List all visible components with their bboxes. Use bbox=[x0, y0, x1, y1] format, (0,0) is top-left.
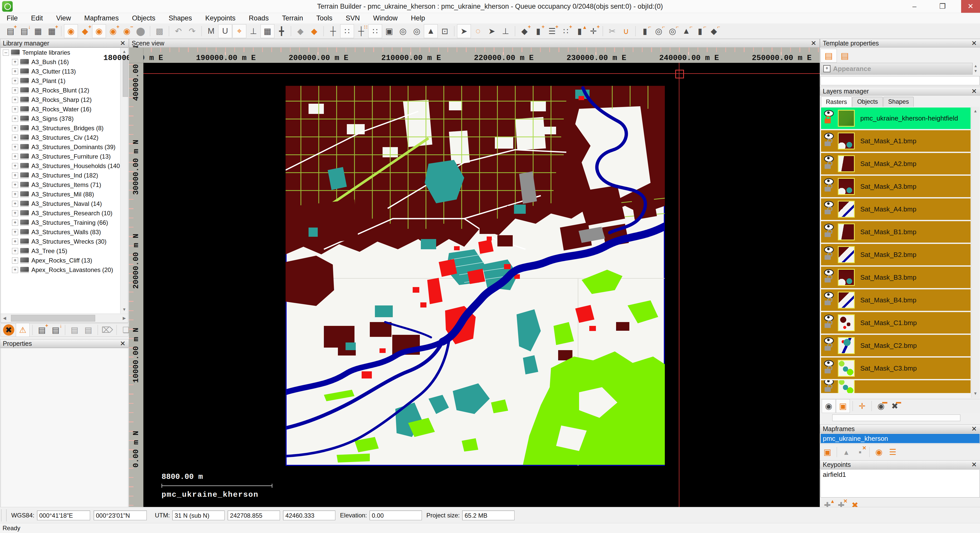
import-library-button[interactable]: ▤ ↓ bbox=[49, 323, 62, 337]
expand-icon[interactable] bbox=[12, 97, 18, 103]
project-size-field[interactable]: 65.2 MB bbox=[462, 511, 514, 520]
cut-button[interactable]: ✂ bbox=[606, 24, 619, 38]
layer-lock-icon[interactable] bbox=[824, 255, 831, 260]
select-area-tool-button[interactable]: ◉ bbox=[92, 24, 106, 38]
goto-zoom-button[interactable]: ◎ ⌐ bbox=[652, 24, 665, 38]
add-list-button[interactable]: ☰ + bbox=[546, 24, 558, 38]
scene-canvas[interactable]: 8800.00 m pmc_ukraine_kherson bbox=[143, 63, 820, 507]
library-tree-item[interactable]: A3_Structures_Furniture (13) bbox=[1, 152, 128, 161]
expand-icon[interactable] bbox=[12, 163, 18, 169]
section-spinner[interactable]: ▲▼ bbox=[972, 63, 979, 75]
library-tree-item[interactable]: A3_Structures_Training (66) bbox=[1, 218, 128, 227]
image-zoom-button[interactable]: ◎ bbox=[396, 24, 410, 38]
keypoint-item[interactable]: airfield1 bbox=[821, 470, 980, 479]
add-gizmo-button[interactable]: ✛ + bbox=[587, 24, 600, 38]
filter-errors-button[interactable]: ✖ bbox=[3, 324, 14, 335]
expand-icon[interactable] bbox=[12, 239, 18, 245]
scroll-left-icon[interactable]: ◀ bbox=[1, 314, 8, 322]
vertical-ruler-button[interactable]: ⊥ bbox=[247, 24, 260, 38]
survey-tool-button[interactable]: ⌖ bbox=[232, 24, 246, 38]
close-button[interactable]: ✕ bbox=[961, 0, 980, 13]
filter-warnings-button[interactable]: ⚠ bbox=[16, 323, 30, 337]
save-as-button[interactable]: ▦ + bbox=[45, 24, 59, 38]
layer-row[interactable] bbox=[821, 380, 970, 393]
layer-row[interactable]: pmc_ukraine_kherson-heightfield bbox=[821, 107, 970, 129]
menu-item[interactable]: Tools bbox=[310, 13, 339, 24]
add-box-button[interactable]: ◆ + bbox=[518, 24, 531, 38]
expand-icon[interactable] bbox=[12, 116, 18, 122]
expand-icon[interactable] bbox=[12, 106, 18, 112]
layer-lock-icon[interactable] bbox=[824, 369, 831, 373]
image-mountain-button[interactable]: ▲ bbox=[424, 24, 438, 38]
toggle-visibility-button[interactable]: ◉ bbox=[822, 399, 835, 413]
add-object-tool-button[interactable]: ◆ + bbox=[78, 24, 92, 38]
utm-easting-field[interactable]: 242708.855 bbox=[228, 511, 280, 520]
layer-lock-icon[interactable] bbox=[824, 164, 831, 169]
add-library-button[interactable]: ▤ + bbox=[35, 323, 48, 337]
library-tree-item[interactable]: A3_Structures_Ind (182) bbox=[1, 171, 128, 180]
library-tree-item[interactable]: A3_Rocks_Water (16) bbox=[1, 104, 128, 114]
redo-button[interactable]: ↷ bbox=[186, 24, 199, 38]
image-layer-button[interactable]: ▣ bbox=[383, 24, 396, 38]
library-tree-item[interactable]: A3_Clutter (113) bbox=[1, 67, 128, 76]
expand-icon[interactable] bbox=[12, 172, 18, 179]
library-horizontal-scrollbar[interactable]: ◀ ▶ bbox=[1, 314, 128, 322]
menu-item[interactable]: File bbox=[0, 13, 24, 24]
expand-icon[interactable] bbox=[12, 210, 18, 216]
layer-lock-icon[interactable] bbox=[824, 346, 831, 351]
layer-lock-icon[interactable] bbox=[824, 301, 831, 305]
load-mapframe-button[interactable]: ▴ bbox=[840, 445, 853, 459]
close-icon[interactable] bbox=[119, 39, 127, 47]
vertex-grid-2-button[interactable]: ∷ bbox=[368, 24, 382, 38]
expand-icon[interactable] bbox=[12, 125, 18, 131]
minimize-button[interactable]: – bbox=[905, 0, 924, 13]
library-vertical-scrollbar[interactable]: ▲ ▼ bbox=[120, 48, 128, 313]
library-tree-item[interactable]: Apex_Rocks_Cliff (13) bbox=[1, 255, 128, 265]
expand-icon[interactable] bbox=[12, 201, 18, 207]
lasso-tool-button[interactable]: ◌ bbox=[471, 24, 485, 38]
paste-library-button[interactable]: ▤ bbox=[82, 323, 95, 337]
library-tree-item[interactable]: A3_Plant (1) bbox=[1, 76, 128, 86]
library-tree-item[interactable]: A3_Rocks_Blunt (12) bbox=[1, 86, 128, 95]
add-grid-button[interactable]: ∷ + bbox=[559, 24, 573, 38]
layer-row[interactable]: Sat_Mask_C1.bmp bbox=[821, 312, 970, 334]
layer-lock-icon[interactable] bbox=[824, 142, 831, 146]
layers-vertical-scrollbar[interactable]: ▲ ▼ bbox=[971, 107, 980, 398]
layer-row[interactable]: Sat_Mask_A3.bmp bbox=[821, 176, 970, 197]
grid-button[interactable]: ╋ bbox=[275, 24, 288, 38]
menu-item[interactable]: Keypoints bbox=[199, 13, 242, 24]
goto-box-button[interactable]: ◆ ⌐ bbox=[707, 24, 721, 38]
mapframe-item[interactable]: pmc_ukraine_kherson bbox=[821, 434, 980, 443]
library-tree-item[interactable]: A3_Structures_Dominants (39) bbox=[1, 142, 128, 152]
scroll-down-icon[interactable]: ▼ bbox=[971, 390, 980, 397]
library-tree-item[interactable]: Apex_Rocks_Lavastones (20) bbox=[1, 265, 128, 274]
layer-lock-icon[interactable] bbox=[824, 323, 831, 328]
template-property-field[interactable] bbox=[821, 76, 980, 85]
expand-icon[interactable] bbox=[12, 135, 18, 141]
menu-item[interactable]: Roads bbox=[242, 13, 275, 24]
fill-tool-button[interactable]: ⬤ bbox=[134, 24, 147, 38]
menu-item[interactable]: Terrain bbox=[275, 13, 310, 24]
layer-row[interactable]: Sat_Mask_A1.bmp bbox=[821, 130, 970, 152]
elevation-field[interactable]: 0.00 bbox=[369, 511, 422, 520]
layer-lock-icon[interactable] bbox=[824, 278, 831, 282]
layer-lock-icon[interactable] bbox=[824, 187, 831, 191]
single-book-tab[interactable]: ▤ bbox=[837, 49, 853, 62]
library-books-tab[interactable]: ▤ bbox=[821, 49, 837, 62]
expand-icon[interactable] bbox=[12, 78, 18, 84]
close-icon[interactable] bbox=[970, 39, 978, 47]
select-move-tool-button[interactable]: ◉ bbox=[64, 24, 78, 38]
utm-northing-field[interactable]: 42460.333 bbox=[283, 511, 335, 520]
expand-icon[interactable] bbox=[12, 267, 18, 273]
expand-icon[interactable] bbox=[12, 87, 18, 94]
close-icon[interactable] bbox=[970, 460, 978, 469]
layer-row[interactable]: Sat_Mask_B3.bmp bbox=[821, 266, 970, 288]
library-tree-item[interactable]: A3_Rocks_Sharp (12) bbox=[1, 95, 128, 104]
menu-item[interactable]: Edit bbox=[24, 13, 50, 24]
expand-icon[interactable] bbox=[12, 59, 18, 65]
restore-button[interactable]: ❐ bbox=[933, 0, 952, 13]
scroll-up-icon[interactable]: ▲ bbox=[971, 107, 980, 115]
show-all-layers-button[interactable]: ◉ ▬ bbox=[874, 399, 888, 413]
expand-icon[interactable] bbox=[823, 65, 830, 72]
vertex-move-button[interactable]: ┼ bbox=[326, 24, 340, 38]
